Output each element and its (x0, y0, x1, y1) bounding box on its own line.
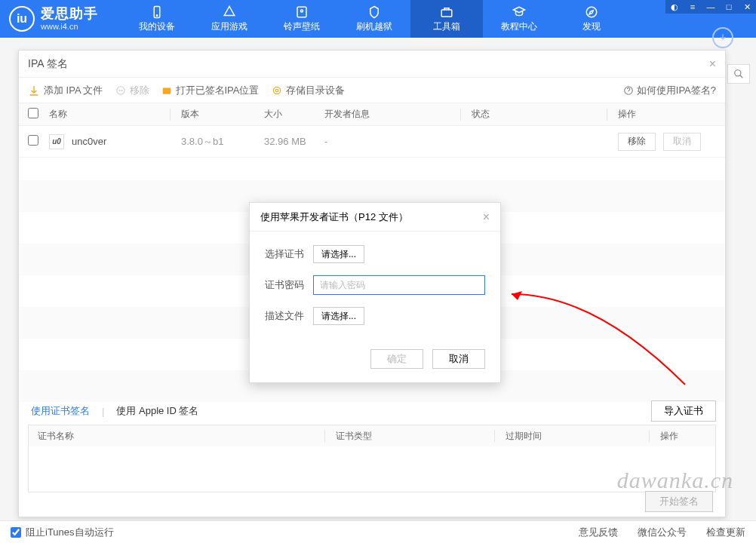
logo: iu 爱思助手 www.i4.cn (9, 6, 98, 32)
skin-icon[interactable]: ◐ (665, 0, 684, 14)
logo-icon: iu (9, 6, 35, 32)
main-nav: 我的设备 应用游戏 铃声壁纸 刷机越狱 工具箱 教程中心 发现 (121, 0, 628, 38)
nav-tutorials[interactable]: 教程中心 (483, 0, 555, 38)
cert-table: 证书名称 证书类型 过期时间 操作 (28, 425, 716, 492)
row-remove-button[interactable]: 移除 (618, 133, 656, 151)
col-name: 名称 (49, 108, 170, 121)
nav-apps[interactable]: 应用游戏 (193, 0, 266, 38)
row-checkbox[interactable] (28, 135, 38, 146)
col-dev: 开发者信息 (324, 108, 460, 121)
table-header: 名称 版本 大小 开发者信息 状态 操作 (19, 103, 725, 126)
save-device-button[interactable]: 存储目录设备 (272, 84, 345, 97)
close-icon[interactable]: ✕ (738, 0, 756, 14)
select-all-checkbox[interactable] (28, 108, 38, 118)
nav-jailbreak[interactable]: 刷机越狱 (338, 0, 410, 38)
dialog-close-icon[interactable]: × (483, 210, 490, 224)
feedback-link[interactable]: 意见反馈 (579, 526, 618, 539)
svg-point-5 (586, 7, 597, 17)
nav-ringtones[interactable]: 铃声壁纸 (266, 0, 338, 38)
watermark: dawanka.cn (617, 468, 733, 493)
help-link[interactable]: 如何使用IPA签名? (623, 84, 716, 97)
brand-site: www.i4.cn (41, 22, 98, 31)
col-size: 大小 (264, 108, 324, 121)
window-title: IPA 签名 (28, 57, 68, 71)
menu-icon[interactable]: ≡ (684, 0, 702, 14)
open-location-button[interactable]: 打开已签名IPA位置 (161, 84, 260, 97)
add-ipa-button[interactable]: 添加 IPA 文件 (28, 84, 103, 97)
block-itunes-checkbox[interactable] (11, 527, 21, 538)
close-icon[interactable]: × (709, 57, 716, 71)
browse-profile-button[interactable]: 请选择... (313, 307, 364, 325)
svg-point-10 (275, 89, 278, 92)
select-cert-label: 选择证书 (265, 247, 313, 261)
wechat-link[interactable]: 微信公众号 (638, 526, 687, 539)
app-version: 3.8.0～b1 (181, 135, 264, 149)
update-link[interactable]: 检查更新 (706, 526, 745, 539)
col-ops: 操作 (618, 108, 716, 121)
maximize-icon[interactable]: □ (720, 0, 738, 14)
window-titlebar: IPA 签名 × (19, 51, 725, 78)
statusbar: 阻止iTunes自动运行 意见反馈 微信公众号 检查更新 (0, 520, 756, 543)
nav-discover[interactable]: 发现 (555, 0, 628, 38)
topbar: iu 爱思助手 www.i4.cn 我的设备 应用游戏 铃声壁纸 刷机越狱 工具… (0, 0, 756, 38)
svg-rect-8 (162, 87, 171, 94)
brand-name: 爱思助手 (41, 7, 98, 22)
svg-rect-4 (441, 10, 452, 17)
browse-cert-button[interactable]: 请选择... (313, 245, 364, 263)
minimize-icon[interactable]: — (702, 0, 720, 14)
dialog-ok-button[interactable]: 确定 (370, 349, 423, 369)
col-version: 版本 (181, 108, 264, 121)
tab-cert-sign[interactable]: 使用证书签名 (28, 404, 93, 418)
start-sign-button[interactable]: 开始签名 (645, 491, 713, 512)
nav-toolbox[interactable]: 工具箱 (410, 0, 483, 38)
p12-dialog: 使用苹果开发者证书（P12 文件） × 选择证书 请选择... 证书密码 描述文… (249, 202, 501, 383)
import-cert-button[interactable]: 导入证书 (651, 400, 716, 422)
cert-col-ops: 操作 (660, 430, 706, 443)
search-button[interactable] (727, 64, 750, 84)
toolbar: 添加 IPA 文件 移除 打开已签名IPA位置 存储目录设备 如何使用IPA签名… (19, 78, 725, 103)
app-size: 32.96 MB (264, 136, 324, 147)
window-controls: ◐ ≡ — □ ✕ (665, 0, 756, 14)
svg-point-9 (273, 87, 280, 94)
row-cancel-button[interactable]: 取消 (663, 133, 701, 151)
profile-label: 描述文件 (265, 309, 313, 323)
svg-point-3 (301, 10, 303, 12)
app-dev: - (324, 136, 460, 147)
password-label: 证书密码 (265, 278, 313, 292)
cert-col-type: 证书类型 (336, 430, 494, 443)
dialog-cancel-button[interactable]: 取消 (432, 349, 485, 369)
svg-point-6 (735, 70, 741, 76)
tab-appleid-sign[interactable]: 使用 Apple ID 签名 (113, 404, 201, 418)
nav-my-device[interactable]: 我的设备 (121, 0, 193, 38)
app-name: unc0ver (72, 136, 106, 147)
cert-col-expire: 过期时间 (506, 430, 649, 443)
block-itunes-label: 阻止iTunes自动运行 (26, 526, 114, 539)
cert-col-name: 证书名称 (38, 430, 324, 443)
cert-area: 使用证书签名 | 使用 Apple ID 签名 导入证书 证书名称 证书类型 过… (28, 397, 716, 492)
remove-button[interactable]: 移除 (115, 84, 149, 97)
table-row[interactable]: u0 unc0ver 3.8.0～b1 32.96 MB - 移除 取消 (19, 126, 725, 158)
password-input[interactable] (313, 275, 485, 295)
col-status: 状态 (472, 108, 607, 121)
dialog-title: 使用苹果开发者证书（P12 文件） (260, 210, 408, 224)
svg-point-1 (156, 14, 158, 16)
download-icon[interactable] (712, 27, 733, 48)
app-icon: u0 (49, 134, 64, 149)
